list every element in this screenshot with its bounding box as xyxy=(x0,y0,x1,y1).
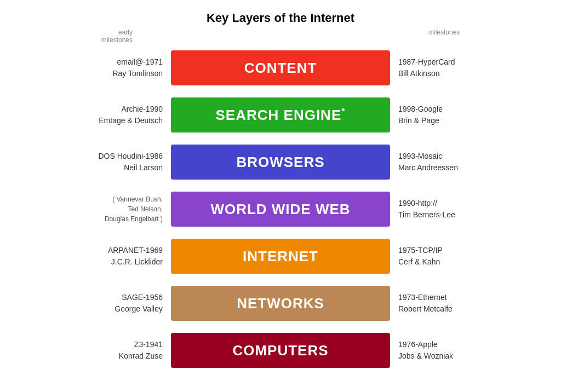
layer-row-www: ( Vannevar Bush, Ted Nelson, Douglas Eng… xyxy=(34,187,527,231)
layer-right-www: 1990-http://Tim Berners-Lee xyxy=(390,198,527,221)
layer-left-networks: SAGE-1956George Valley xyxy=(34,292,171,315)
layer-bar-label-content: CONTENT xyxy=(244,60,317,77)
layer-row-search-engine: Archie-1990Emtage & DeutschSEARCH ENGINE… xyxy=(34,93,527,137)
layer-right-computers: 1976-AppleJobs & Wozniak xyxy=(390,339,527,362)
layer-right-search-engine: 1998-GoogleBrin & Page xyxy=(390,103,527,126)
layer-bar-search-engine: SEARCH ENGINE* xyxy=(171,97,390,132)
layer-right-internet: 1975-TCP/IPCerf & Kahn xyxy=(390,245,527,268)
layer-bar-content: CONTENT xyxy=(171,50,390,85)
layer-bar-browsers: BROWSERS xyxy=(171,145,390,180)
layer-bar-label-browsers: BROWSERS xyxy=(236,154,324,171)
right-column-header: milestones xyxy=(417,28,527,44)
layer-bar-label-search-engine: SEARCH ENGINE* xyxy=(216,107,346,124)
layer-row-networks: SAGE-1956George ValleyNETWORKS1973-Ether… xyxy=(34,281,527,325)
layer-row-computers: Z3-1941Konrad ZuseCOMPUTERS1976-AppleJob… xyxy=(34,328,527,372)
page-title: Key Layers of the Internet xyxy=(207,11,354,25)
layer-row-content: email@-1971Ray TomlinsonCONTENT1987-Hype… xyxy=(34,46,527,90)
layer-left-browsers: DOS Houdini-1986Neil Larson xyxy=(34,151,171,174)
layer-bar-label-internet: INTERNET xyxy=(243,248,318,265)
layer-left-computers: Z3-1941Konrad Zuse xyxy=(34,339,171,362)
left-column-header: earlymilestones xyxy=(34,28,144,44)
layers-container: email@-1971Ray TomlinsonCONTENT1987-Hype… xyxy=(34,46,527,372)
layer-right-browsers: 1993-MosaicMarc Andreessen xyxy=(390,151,527,174)
layer-left-content: email@-1971Ray Tomlinson xyxy=(34,56,171,79)
layer-bar-label-www: WORLD WIDE WEB xyxy=(210,201,350,218)
layer-left-www: ( Vannevar Bush, Ted Nelson, Douglas Eng… xyxy=(34,194,171,224)
layer-bar-label-computers: COMPUTERS xyxy=(232,342,328,359)
layer-row-internet: ARPANET-1969J.C.R. LickliderINTERNET1975… xyxy=(34,234,527,278)
layer-right-networks: 1973-EthernetRobert Metcalfe xyxy=(390,292,527,315)
layer-bar-www: WORLD WIDE WEB xyxy=(171,192,390,227)
layer-bar-internet: INTERNET xyxy=(171,239,390,274)
layer-bar-networks: NETWORKS xyxy=(171,286,390,321)
layer-right-content: 1987-HyperCardBill Atkinson xyxy=(390,56,527,79)
layer-row-browsers: DOS Houdini-1986Neil LarsonBROWSERS1993-… xyxy=(34,140,527,184)
layer-bar-computers: COMPUTERS xyxy=(171,333,390,368)
layer-left-internet: ARPANET-1969J.C.R. Licklider xyxy=(34,245,171,268)
layer-left-search-engine: Archie-1990Emtage & Deutsch xyxy=(34,103,171,126)
column-headers: earlymilestones milestones xyxy=(34,28,527,44)
layer-bar-label-networks: NETWORKS xyxy=(237,295,324,312)
